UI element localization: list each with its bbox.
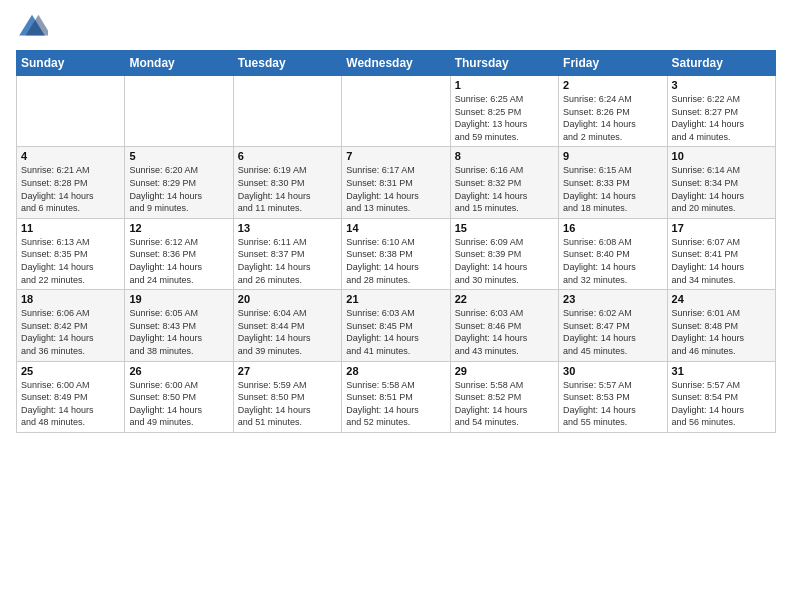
day-cell-6: 6Sunrise: 6:19 AMSunset: 8:30 PMDaylight…: [233, 147, 341, 218]
day-number: 16: [563, 222, 662, 234]
weekday-header-thursday: Thursday: [450, 51, 558, 76]
empty-cell: [342, 76, 450, 147]
day-info: Sunrise: 6:20 AMSunset: 8:29 PMDaylight:…: [129, 164, 228, 214]
day-number: 23: [563, 293, 662, 305]
day-info: Sunrise: 6:24 AMSunset: 8:26 PMDaylight:…: [563, 93, 662, 143]
empty-cell: [233, 76, 341, 147]
day-info: Sunrise: 6:08 AMSunset: 8:40 PMDaylight:…: [563, 236, 662, 286]
day-number: 29: [455, 365, 554, 377]
day-number: 30: [563, 365, 662, 377]
day-number: 21: [346, 293, 445, 305]
day-cell-1: 1Sunrise: 6:25 AMSunset: 8:25 PMDaylight…: [450, 76, 558, 147]
day-number: 10: [672, 150, 771, 162]
day-info: Sunrise: 6:25 AMSunset: 8:25 PMDaylight:…: [455, 93, 554, 143]
day-cell-2: 2Sunrise: 6:24 AMSunset: 8:26 PMDaylight…: [559, 76, 667, 147]
day-cell-27: 27Sunrise: 5:59 AMSunset: 8:50 PMDayligh…: [233, 361, 341, 432]
day-info: Sunrise: 6:03 AMSunset: 8:46 PMDaylight:…: [455, 307, 554, 357]
day-info: Sunrise: 6:00 AMSunset: 8:50 PMDaylight:…: [129, 379, 228, 429]
weekday-header-sunday: Sunday: [17, 51, 125, 76]
day-info: Sunrise: 6:16 AMSunset: 8:32 PMDaylight:…: [455, 164, 554, 214]
day-number: 26: [129, 365, 228, 377]
day-number: 31: [672, 365, 771, 377]
page-header: [16, 10, 776, 42]
empty-cell: [125, 76, 233, 147]
day-cell-24: 24Sunrise: 6:01 AMSunset: 8:48 PMDayligh…: [667, 290, 775, 361]
day-number: 27: [238, 365, 337, 377]
day-number: 20: [238, 293, 337, 305]
logo: [16, 10, 52, 42]
day-cell-3: 3Sunrise: 6:22 AMSunset: 8:27 PMDaylight…: [667, 76, 775, 147]
day-info: Sunrise: 6:03 AMSunset: 8:45 PMDaylight:…: [346, 307, 445, 357]
day-info: Sunrise: 6:05 AMSunset: 8:43 PMDaylight:…: [129, 307, 228, 357]
day-cell-10: 10Sunrise: 6:14 AMSunset: 8:34 PMDayligh…: [667, 147, 775, 218]
day-info: Sunrise: 6:13 AMSunset: 8:35 PMDaylight:…: [21, 236, 120, 286]
logo-icon: [16, 10, 48, 42]
day-number: 1: [455, 79, 554, 91]
day-info: Sunrise: 6:22 AMSunset: 8:27 PMDaylight:…: [672, 93, 771, 143]
day-cell-9: 9Sunrise: 6:15 AMSunset: 8:33 PMDaylight…: [559, 147, 667, 218]
day-info: Sunrise: 6:04 AMSunset: 8:44 PMDaylight:…: [238, 307, 337, 357]
day-cell-13: 13Sunrise: 6:11 AMSunset: 8:37 PMDayligh…: [233, 218, 341, 289]
day-number: 8: [455, 150, 554, 162]
day-number: 13: [238, 222, 337, 234]
day-info: Sunrise: 6:14 AMSunset: 8:34 PMDaylight:…: [672, 164, 771, 214]
day-number: 28: [346, 365, 445, 377]
day-number: 5: [129, 150, 228, 162]
day-cell-12: 12Sunrise: 6:12 AMSunset: 8:36 PMDayligh…: [125, 218, 233, 289]
week-row-4: 18Sunrise: 6:06 AMSunset: 8:42 PMDayligh…: [17, 290, 776, 361]
day-cell-23: 23Sunrise: 6:02 AMSunset: 8:47 PMDayligh…: [559, 290, 667, 361]
day-info: Sunrise: 5:57 AMSunset: 8:54 PMDaylight:…: [672, 379, 771, 429]
day-number: 19: [129, 293, 228, 305]
day-number: 18: [21, 293, 120, 305]
day-info: Sunrise: 5:57 AMSunset: 8:53 PMDaylight:…: [563, 379, 662, 429]
day-info: Sunrise: 6:09 AMSunset: 8:39 PMDaylight:…: [455, 236, 554, 286]
weekday-header-monday: Monday: [125, 51, 233, 76]
week-row-5: 25Sunrise: 6:00 AMSunset: 8:49 PMDayligh…: [17, 361, 776, 432]
day-cell-21: 21Sunrise: 6:03 AMSunset: 8:45 PMDayligh…: [342, 290, 450, 361]
day-info: Sunrise: 6:17 AMSunset: 8:31 PMDaylight:…: [346, 164, 445, 214]
day-info: Sunrise: 6:21 AMSunset: 8:28 PMDaylight:…: [21, 164, 120, 214]
day-info: Sunrise: 6:11 AMSunset: 8:37 PMDaylight:…: [238, 236, 337, 286]
day-cell-25: 25Sunrise: 6:00 AMSunset: 8:49 PMDayligh…: [17, 361, 125, 432]
day-number: 9: [563, 150, 662, 162]
day-cell-5: 5Sunrise: 6:20 AMSunset: 8:29 PMDaylight…: [125, 147, 233, 218]
day-number: 15: [455, 222, 554, 234]
day-info: Sunrise: 6:02 AMSunset: 8:47 PMDaylight:…: [563, 307, 662, 357]
day-info: Sunrise: 6:06 AMSunset: 8:42 PMDaylight:…: [21, 307, 120, 357]
weekday-header-friday: Friday: [559, 51, 667, 76]
day-info: Sunrise: 5:59 AMSunset: 8:50 PMDaylight:…: [238, 379, 337, 429]
day-info: Sunrise: 6:15 AMSunset: 8:33 PMDaylight:…: [563, 164, 662, 214]
day-number: 6: [238, 150, 337, 162]
weekday-header-wednesday: Wednesday: [342, 51, 450, 76]
day-number: 4: [21, 150, 120, 162]
day-cell-18: 18Sunrise: 6:06 AMSunset: 8:42 PMDayligh…: [17, 290, 125, 361]
day-cell-16: 16Sunrise: 6:08 AMSunset: 8:40 PMDayligh…: [559, 218, 667, 289]
day-cell-8: 8Sunrise: 6:16 AMSunset: 8:32 PMDaylight…: [450, 147, 558, 218]
day-number: 24: [672, 293, 771, 305]
day-cell-7: 7Sunrise: 6:17 AMSunset: 8:31 PMDaylight…: [342, 147, 450, 218]
day-number: 12: [129, 222, 228, 234]
day-cell-14: 14Sunrise: 6:10 AMSunset: 8:38 PMDayligh…: [342, 218, 450, 289]
day-cell-30: 30Sunrise: 5:57 AMSunset: 8:53 PMDayligh…: [559, 361, 667, 432]
day-cell-22: 22Sunrise: 6:03 AMSunset: 8:46 PMDayligh…: [450, 290, 558, 361]
day-cell-11: 11Sunrise: 6:13 AMSunset: 8:35 PMDayligh…: [17, 218, 125, 289]
day-cell-26: 26Sunrise: 6:00 AMSunset: 8:50 PMDayligh…: [125, 361, 233, 432]
day-info: Sunrise: 6:00 AMSunset: 8:49 PMDaylight:…: [21, 379, 120, 429]
calendar-table: SundayMondayTuesdayWednesdayThursdayFrid…: [16, 50, 776, 433]
week-row-2: 4Sunrise: 6:21 AMSunset: 8:28 PMDaylight…: [17, 147, 776, 218]
day-cell-31: 31Sunrise: 5:57 AMSunset: 8:54 PMDayligh…: [667, 361, 775, 432]
day-cell-29: 29Sunrise: 5:58 AMSunset: 8:52 PMDayligh…: [450, 361, 558, 432]
weekday-header-saturday: Saturday: [667, 51, 775, 76]
day-number: 3: [672, 79, 771, 91]
day-cell-28: 28Sunrise: 5:58 AMSunset: 8:51 PMDayligh…: [342, 361, 450, 432]
day-number: 17: [672, 222, 771, 234]
day-number: 22: [455, 293, 554, 305]
day-info: Sunrise: 6:19 AMSunset: 8:30 PMDaylight:…: [238, 164, 337, 214]
day-cell-17: 17Sunrise: 6:07 AMSunset: 8:41 PMDayligh…: [667, 218, 775, 289]
day-info: Sunrise: 5:58 AMSunset: 8:52 PMDaylight:…: [455, 379, 554, 429]
week-row-1: 1Sunrise: 6:25 AMSunset: 8:25 PMDaylight…: [17, 76, 776, 147]
week-row-3: 11Sunrise: 6:13 AMSunset: 8:35 PMDayligh…: [17, 218, 776, 289]
day-number: 14: [346, 222, 445, 234]
day-number: 7: [346, 150, 445, 162]
day-number: 11: [21, 222, 120, 234]
